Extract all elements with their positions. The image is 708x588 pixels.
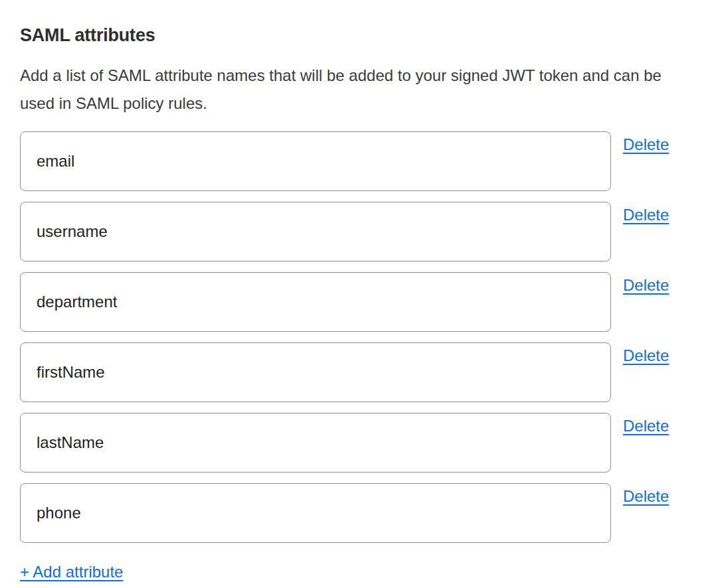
attribute-input[interactable] (20, 272, 611, 332)
attribute-row: Delete (20, 131, 688, 191)
attribute-row: Delete (20, 483, 688, 543)
add-attribute-link[interactable]: + Add attribute (20, 563, 123, 582)
attribute-list: Delete Delete Delete Delete Delete Delet… (20, 131, 688, 543)
delete-attribute-link[interactable]: Delete (623, 276, 669, 295)
attribute-row: Delete (20, 342, 688, 402)
attribute-row: Delete (20, 413, 688, 473)
attribute-row: Delete (20, 202, 688, 261)
attribute-input[interactable] (20, 202, 611, 261)
delete-attribute-link[interactable]: Delete (623, 206, 669, 225)
attribute-input[interactable] (20, 483, 611, 543)
attribute-input[interactable] (20, 342, 611, 402)
delete-attribute-link[interactable]: Delete (623, 487, 669, 506)
saml-attributes-section: SAML attributes Add a list of SAML attri… (0, 0, 708, 588)
delete-attribute-link[interactable]: Delete (623, 346, 669, 366)
attribute-input[interactable] (20, 131, 611, 191)
attribute-row: Delete (20, 272, 688, 332)
delete-attribute-link[interactable]: Delete (623, 417, 669, 436)
delete-attribute-link[interactable]: Delete (623, 135, 669, 155)
section-title: SAML attributes (20, 25, 688, 46)
section-description: Add a list of SAML attribute names that … (20, 62, 688, 117)
attribute-input[interactable] (20, 413, 611, 473)
